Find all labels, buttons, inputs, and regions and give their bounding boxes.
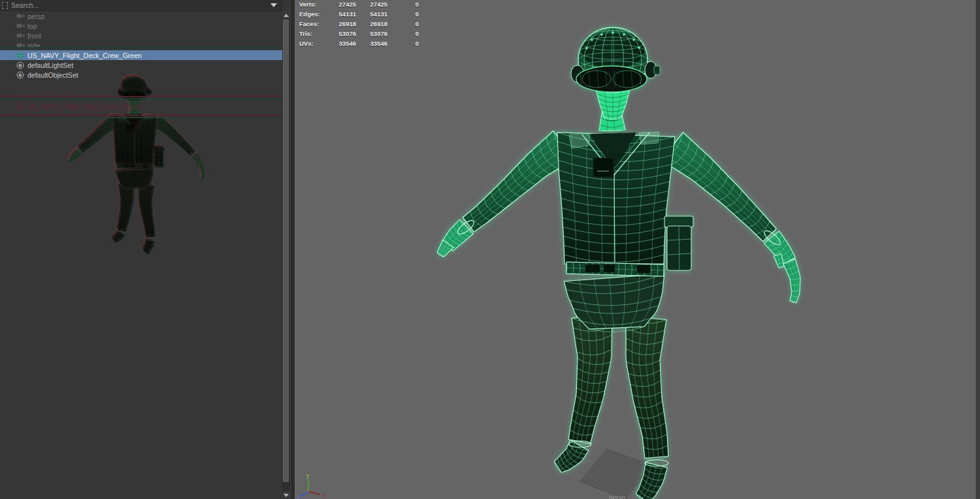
hud-row-tris: Tris: 53076 53076 0 [299,30,423,40]
transform-node-icon [16,52,25,59]
search-input[interactable] [11,1,270,10]
chevron-down-icon[interactable] [270,3,277,7]
artifact-ghost-selected-row: US_NAVY_Flight_Deck_Crew_Green [16,101,142,111]
wireframe-model-render [295,0,980,499]
outliner-item-persp[interactable]: persp [0,11,282,21]
outliner-item-defaultlightset[interactable]: defaultLightSet [0,60,282,70]
axis-gizmo: y z x [297,472,334,499]
object-set-icon [16,71,25,78]
outliner-item-front[interactable]: front [0,31,282,40]
artifact-line-green [0,98,282,99]
camera-icon [16,42,25,49]
outliner-scrollbar[interactable] [282,11,290,499]
outliner-item-top[interactable]: top [0,21,282,31]
hud-row-faces: Faces: 26918 26918 0 [299,20,423,30]
outliner-item-us-navy-flight-deck-crew-green[interactable]: US_NAVY_Flight_Deck_Crew_Green [0,50,282,60]
camera-icon [16,32,25,39]
artifact-line-red [0,115,282,116]
filter-select-icon[interactable] [2,2,8,9]
viewport-canvas[interactable]: Verts: 27425 27425 0 Edges: 54131 54131 … [295,0,980,499]
transform-node-icon [16,103,25,110]
hud-row-uvs: UVs: 33546 33546 0 [299,40,423,50]
outliner-search-bar [0,0,282,11]
panel-splitter[interactable] [290,0,295,499]
artifact-line-green [0,117,282,118]
outliner-item-side[interactable]: side [0,40,282,50]
arrow-up-icon [284,14,289,17]
hud-row-verts: Verts: 27425 27425 0 [299,1,423,10]
outliner-item-label: US_NAVY_Flight_Deck_Crew_Green [27,52,142,59]
outliner-item-label: front [27,32,41,40]
object-set-icon [16,61,25,69]
outliner-item-defaultobjectset[interactable]: defaultObjectSet [0,70,282,80]
outliner-item-label: defaultLightSet [27,61,73,69]
outliner-item-label: persp [27,12,44,20]
hud-row-edges: Edges: 54131 54131 0 [299,10,423,20]
viewport-camera-label: persp [609,494,625,499]
outliner-item-label: side [27,42,40,50]
camera-icon [16,22,25,29]
maya-window: persp top front side [0,0,980,499]
axis-x-label: x [322,492,325,498]
outliner-list: persp top front side [0,11,282,80]
outliner-panel: persp top front side [0,0,290,499]
viewport-right-border [975,0,980,499]
axis-y-label: y [306,472,310,479]
axis-z-label: z [297,494,301,499]
camera-icon [16,12,25,20]
artifact-line-red [0,96,282,97]
outliner-item-label: top [27,22,37,30]
polycount-hud: Verts: 27425 27425 0 Edges: 54131 54131 … [299,1,423,50]
outliner-item-label: defaultObjectSet [27,71,78,79]
scroll-up-button[interactable] [282,11,290,19]
scroll-down-button[interactable] [282,491,290,499]
arrow-down-icon [284,494,289,497]
scrollbar-thumb[interactable] [283,20,289,482]
